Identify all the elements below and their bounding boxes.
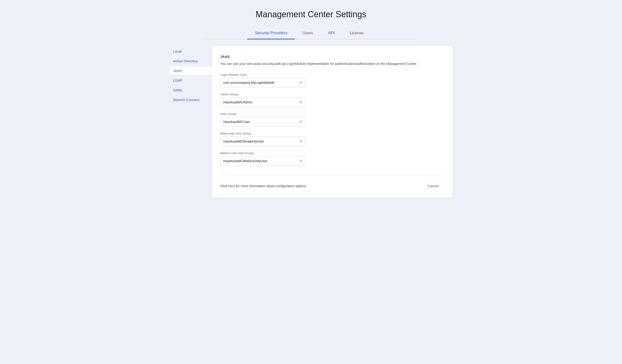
field-label-readonly-user-group: Read-only User Group bbox=[220, 132, 442, 135]
field-group-readonly-user-group: Read-only User Group ✕ bbox=[220, 132, 442, 146]
field-label-metrics-user-group: Metrics-only User Group bbox=[220, 151, 442, 155]
section-title: JAAS bbox=[220, 55, 442, 58]
sidebar: Local Active Directory JAAS LDAP SAML Op… bbox=[169, 46, 212, 198]
field-input-wrap-readonly-user-group: ✕ bbox=[220, 137, 305, 146]
clear-readonly-user-group-button[interactable]: ✕ bbox=[299, 140, 303, 143]
footer-link[interactable]: here bbox=[228, 184, 235, 188]
tabs-bar: Security Providers Users API License bbox=[205, 28, 417, 39]
field-label-user-group: User Group bbox=[220, 112, 442, 116]
clear-admin-group-button[interactable]: ✕ bbox=[299, 100, 303, 104]
sidebar-item-active-directory[interactable]: Active Directory bbox=[169, 57, 212, 65]
sidebar-item-saml[interactable]: SAML bbox=[169, 86, 212, 94]
tab-users[interactable]: Users bbox=[295, 28, 320, 39]
admin-group-input[interactable] bbox=[223, 100, 299, 104]
tab-license[interactable]: License bbox=[342, 28, 371, 39]
clear-metrics-user-group-button[interactable]: ✕ bbox=[299, 159, 303, 163]
field-input-wrap-admin-group: ✕ bbox=[220, 97, 305, 107]
user-group-input[interactable] bbox=[223, 120, 299, 124]
field-group-login-module-class: Login Module Class ✕ bbox=[220, 73, 442, 87]
clear-login-module-class-button[interactable]: ✕ bbox=[299, 81, 303, 85]
cancel-button[interactable]: Cancel bbox=[425, 182, 442, 189]
clear-user-group-button[interactable]: ✕ bbox=[299, 120, 303, 124]
tab-security-providers[interactable]: Security Providers bbox=[247, 28, 295, 39]
field-group-metrics-user-group: Metrics-only User Group ✕ bbox=[220, 151, 442, 166]
metrics-user-group-input[interactable] bbox=[223, 159, 299, 163]
footer-divider bbox=[220, 176, 442, 176]
sidebar-item-local[interactable]: Local bbox=[169, 47, 212, 56]
footer-suffix: for more information about configuration… bbox=[235, 184, 306, 188]
section-desc: You can use your own javax.security.auth… bbox=[220, 61, 442, 66]
login-module-class-input[interactable] bbox=[223, 81, 299, 85]
footer-text: Click here for more information about co… bbox=[220, 184, 306, 188]
footer-row: Click here for more information about co… bbox=[220, 181, 442, 189]
sidebar-item-ldap[interactable]: LDAP bbox=[169, 76, 212, 85]
page-title: Management Center Settings bbox=[256, 9, 366, 19]
field-label-login-module-class: Login Module Class bbox=[220, 73, 442, 76]
main-layout: Local Active Directory JAAS LDAP SAML Op… bbox=[169, 39, 453, 198]
field-label-admin-group: Admin Group bbox=[220, 92, 442, 96]
tab-api[interactable]: API bbox=[320, 28, 342, 39]
sidebar-item-openid-connect[interactable]: OpenID Connect bbox=[169, 95, 212, 104]
sidebar-item-jaas[interactable]: JAAS bbox=[169, 66, 212, 75]
field-input-wrap-user-group: ✕ bbox=[220, 117, 305, 127]
footer-prefix: Click bbox=[220, 184, 228, 188]
field-group-user-group: User Group ✕ bbox=[220, 112, 442, 127]
readonly-user-group-input[interactable] bbox=[223, 140, 299, 143]
field-input-wrap-login-module-class: ✕ bbox=[220, 78, 305, 87]
content-panel: JAAS You can use your own javax.security… bbox=[212, 46, 453, 198]
field-group-admin-group: Admin Group ✕ bbox=[220, 92, 442, 107]
field-input-wrap-metrics-user-group: ✕ bbox=[220, 156, 305, 166]
